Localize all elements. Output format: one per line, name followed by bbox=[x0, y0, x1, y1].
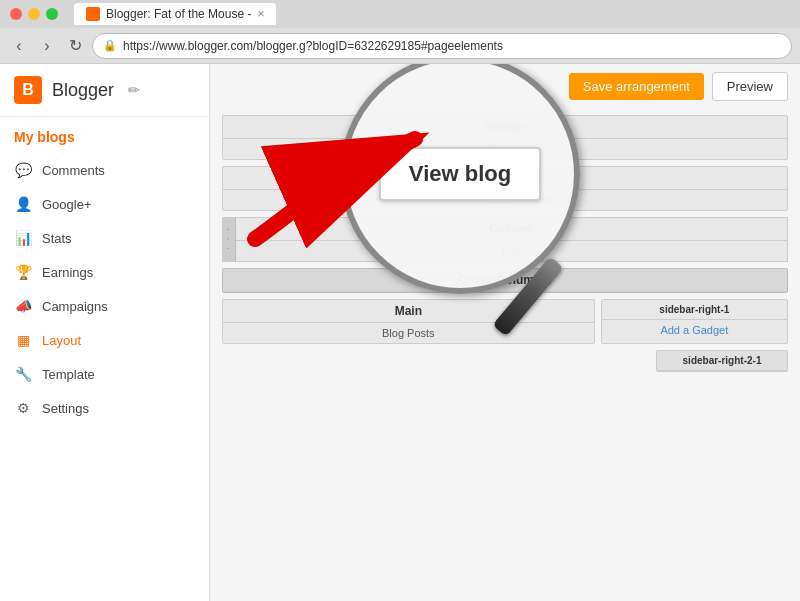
minimize-button[interactable] bbox=[28, 8, 40, 20]
sidebar-item-label: Google+ bbox=[42, 197, 92, 212]
tab-close-icon[interactable]: × bbox=[257, 7, 264, 21]
sidebar-right-1-header: sidebar-right-1 bbox=[602, 300, 787, 320]
settings-icon: ⚙ bbox=[14, 399, 32, 417]
sidebar-item-label: Template bbox=[42, 367, 95, 382]
template-icon: 🔧 bbox=[14, 365, 32, 383]
navbar-header: Navbar bbox=[223, 116, 787, 139]
maximize-button[interactable] bbox=[46, 8, 58, 20]
stats-icon: 📊 bbox=[14, 229, 32, 247]
column-area: Column Poll bbox=[236, 217, 788, 262]
save-arrangement-button[interactable]: Save arrangement bbox=[569, 73, 704, 100]
lock-icon: 🔒 bbox=[103, 39, 117, 52]
comments-icon: 💬 bbox=[14, 161, 32, 179]
tab-title: Blogger: Fat of the Mouse - bbox=[106, 7, 251, 21]
main-header: Main bbox=[223, 300, 594, 323]
main-toolbar: Save arrangement Preview bbox=[210, 64, 800, 109]
sidebar-item-template[interactable]: 🔧 Template bbox=[0, 357, 209, 391]
layout-icon: ▦ bbox=[14, 331, 32, 349]
browser-chrome: Blogger: Fat of the Mouse - × ‹ › ↻ 🔒 ht… bbox=[0, 0, 800, 64]
blogger-title: Blogger bbox=[52, 80, 114, 101]
sidebar-item-label: Comments bbox=[42, 163, 105, 178]
reload-button[interactable]: ↻ bbox=[64, 35, 86, 57]
page-container: B Blogger ✏ My blogs 💬 Comments 👤 Google… bbox=[0, 64, 800, 601]
cross-column-header: Cross-Column 2 bbox=[223, 269, 787, 292]
sidebar-item-settings[interactable]: ⚙ Settings bbox=[0, 391, 209, 425]
browser-toolbar: ‹ › ↻ 🔒 https://www.blogger.com/blogger.… bbox=[0, 28, 800, 64]
header-content: of the Mouse (Header) bbox=[223, 190, 787, 210]
header-header: Header bbox=[223, 167, 787, 190]
sidebar-handle[interactable]: · · · bbox=[222, 217, 236, 262]
sidebar-item-campaigns[interactable]: 📣 Campaigns bbox=[0, 289, 209, 323]
sidebar-item-label: Layout bbox=[42, 333, 81, 348]
address-text: https://www.blogger.com/blogger.g?blogID… bbox=[123, 39, 503, 53]
sidebar-item-earnings[interactable]: 🏆 Earnings bbox=[0, 255, 209, 289]
main-content-cell: Blog Posts bbox=[223, 323, 594, 343]
main-sidebar-row: Main Blog Posts sidebar-right-1 Add a Ga… bbox=[222, 299, 788, 344]
tab-favicon bbox=[86, 7, 100, 21]
forward-button[interactable]: › bbox=[36, 35, 58, 57]
browser-tab[interactable]: Blogger: Fat of the Mouse - × bbox=[74, 3, 276, 25]
sidebar-item-stats[interactable]: 📊 Stats bbox=[0, 221, 209, 255]
preview-button[interactable]: Preview bbox=[712, 72, 788, 101]
sidebar-item-label: Stats bbox=[42, 231, 72, 246]
my-blogs-title: My blogs bbox=[0, 117, 209, 153]
earnings-icon: 🏆 bbox=[14, 263, 32, 281]
column-content: Poll bbox=[236, 241, 787, 261]
edit-icon[interactable]: ✏ bbox=[128, 82, 140, 98]
close-button[interactable] bbox=[10, 8, 22, 20]
main-col: Main Blog Posts bbox=[222, 299, 595, 344]
navbar-content: Navbar bbox=[223, 139, 787, 159]
sidebar-item-layout[interactable]: ▦ Layout bbox=[0, 323, 209, 357]
browser-titlebar: Blogger: Fat of the Mouse - × bbox=[0, 0, 800, 28]
sidebar-item-label: Campaigns bbox=[42, 299, 108, 314]
address-bar[interactable]: 🔒 https://www.blogger.com/blogger.g?blog… bbox=[92, 33, 792, 59]
add-gadget-link[interactable]: Add a Gadget bbox=[602, 320, 787, 340]
sidebar-item-label: Settings bbox=[42, 401, 89, 416]
sidebar-item-label: Earnings bbox=[42, 265, 93, 280]
sidebar-right-2-area: sidebar-right-2-1 bbox=[656, 350, 788, 372]
handle-dots: · · · bbox=[223, 228, 234, 252]
campaigns-icon: 📣 bbox=[14, 297, 32, 315]
googleplus-icon: 👤 bbox=[14, 195, 32, 213]
sidebar-item-googleplus[interactable]: 👤 Google+ bbox=[0, 187, 209, 221]
back-button[interactable]: ‹ bbox=[8, 35, 30, 57]
sidebar: B Blogger ✏ My blogs 💬 Comments 👤 Google… bbox=[0, 64, 210, 601]
column-header: Column bbox=[236, 218, 787, 241]
sidebar-right-2-header: sidebar-right-2-1 bbox=[657, 351, 787, 371]
blogger-logo-letter: B bbox=[22, 81, 34, 99]
sidebar-right-1-col: sidebar-right-1 Add a Gadget bbox=[601, 299, 788, 344]
blogger-header: B Blogger ✏ bbox=[0, 64, 209, 117]
cross-column-area: Cross-Column 2 bbox=[222, 268, 788, 293]
main-content: Save arrangement Preview Navbar Navbar H… bbox=[210, 64, 800, 601]
sidebar-nav: 💬 Comments 👤 Google+ 📊 Stats 🏆 Earnings … bbox=[0, 153, 209, 425]
column-row: · · · Column Poll bbox=[222, 217, 788, 262]
blogger-logo: B bbox=[14, 76, 42, 104]
sidebar-item-comments[interactable]: 💬 Comments bbox=[0, 153, 209, 187]
navbar-area: Navbar Navbar bbox=[222, 115, 788, 160]
header-area: Header of the Mouse (Header) bbox=[222, 166, 788, 211]
